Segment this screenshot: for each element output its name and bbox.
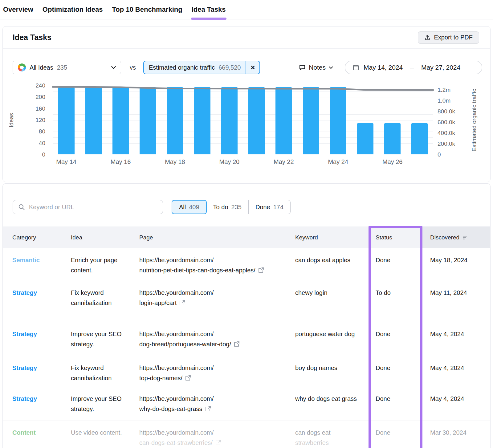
page-url-line2: why-do-dogs-eat-grass <box>139 405 202 412</box>
nav-tab-optimization-ideas[interactable]: Optimization Ideas <box>42 0 104 19</box>
page-url-line2: login-app/cart <box>139 299 177 306</box>
external-link-icon[interactable] <box>185 375 191 381</box>
external-link-icon[interactable] <box>258 267 264 273</box>
right-axis-tick: 0 <box>438 151 465 158</box>
top-nav: OverviewOptimization IdeasTop 10 Benchma… <box>0 0 493 19</box>
chart-gridline <box>53 92 433 92</box>
sort-descending-icon <box>462 235 468 240</box>
metric-value: 669,520 <box>218 64 241 71</box>
cell-page: https://be.yourdomain.com/login-app/cart <box>139 281 295 308</box>
ideas-filter-label: All Ideas <box>30 64 53 71</box>
cell-page: https://be.yourdomain.com/can-dogs-eat-s… <box>139 421 295 448</box>
metric-label: Estimated organic traffic <box>149 64 215 71</box>
notes-dropdown[interactable]: Notes <box>299 64 333 71</box>
active-tab-underline <box>2 18 34 20</box>
category-link[interactable]: Strategy <box>12 289 37 296</box>
category-link[interactable]: Strategy <box>12 365 37 371</box>
external-link-icon[interactable] <box>179 300 185 306</box>
page-title: Idea Tasks <box>13 33 51 42</box>
filter-tab-done[interactable]: Done174 <box>249 200 290 214</box>
left-axis-tick: 0 <box>3 151 45 158</box>
cell-keyword: can dogs eat apples <box>295 248 368 265</box>
filter-tab-to-do[interactable]: To do235 <box>206 200 249 214</box>
external-link-icon[interactable] <box>234 341 240 347</box>
active-tab-underline <box>42 18 104 20</box>
filter-tab-all[interactable]: All409 <box>172 200 207 214</box>
chart-gridline <box>53 109 433 109</box>
nav-tab-overview[interactable]: Overview <box>2 0 34 19</box>
idea-tasks-card: Idea Tasks Export to PDF All Ideas 235 v… <box>2 26 491 182</box>
ideas-donut-icon <box>18 63 26 71</box>
calendar-icon <box>352 64 359 71</box>
cell-category: Content <box>3 421 71 438</box>
cell-category: Strategy <box>3 387 71 404</box>
left-axis-tick: 200 <box>3 94 45 100</box>
left-axis-tick: 40 <box>3 140 45 147</box>
left-axis-tick: 240 <box>3 82 45 89</box>
cell-idea: Fix keyword cannibalization <box>71 356 139 383</box>
date-start: May 14, 2024 <box>364 64 403 71</box>
left-axis-tick: 120 <box>3 117 45 124</box>
cell-status: Done <box>368 248 422 265</box>
export-to-pdf-button[interactable]: Export to PDF <box>418 31 479 44</box>
nav-tab-idea-tasks[interactable]: Idea Tasks <box>191 0 226 19</box>
metric-filter-pill[interactable]: Estimated organic traffic 669,520 ✕ <box>143 61 260 74</box>
metric-remove-button[interactable]: ✕ <box>246 61 259 74</box>
cell-status: Done <box>368 322 422 339</box>
cell-status: Done <box>368 387 422 404</box>
page-url-line2: can-dogs-eat-strawberries/ <box>139 439 213 446</box>
category-link[interactable]: Strategy <box>12 395 37 402</box>
external-link-icon[interactable] <box>205 406 211 412</box>
chart-gridline <box>53 143 433 144</box>
filter-tab-label: All <box>179 204 186 211</box>
cell-discovered: May 4, 2024 <box>422 387 490 404</box>
ideas-bar-may-26 <box>384 123 401 154</box>
idea-tasks-table: Category Idea Page Keyword Status Discov… <box>3 226 490 448</box>
page-url-line2: dog-breed/portuguese-water-dog/ <box>139 341 231 348</box>
cell-idea: Improve your SEO strategy. <box>71 387 139 414</box>
x-axis-tick: May 14 <box>46 158 86 165</box>
cell-idea: Use video content. <box>71 421 139 438</box>
chevron-down-icon <box>329 66 333 69</box>
table-body: SemanticEnrich your page content.https:/… <box>3 248 490 448</box>
cell-category: Strategy <box>3 322 71 339</box>
notes-label: Notes <box>309 64 326 71</box>
date-range-picker[interactable]: May 14, 2024 – May 27, 2024 <box>345 61 482 74</box>
ideas-bar-may-22 <box>275 87 292 154</box>
cell-status: Done <box>368 356 422 373</box>
right-axis-tick: 200.0k <box>438 141 465 147</box>
table-header-row: Category Idea Page Keyword Status Discov… <box>3 226 490 248</box>
ideas-filter-select[interactable]: All Ideas 235 <box>13 61 121 74</box>
search-input[interactable] <box>13 200 163 214</box>
external-link-icon[interactable] <box>215 440 221 446</box>
table-row: StrategyFix keyword cannibalizationhttps… <box>3 356 490 387</box>
active-tab-underline <box>191 18 226 20</box>
category-link[interactable]: Content <box>12 429 36 436</box>
ideas-traffic-chart: Ideas Estimated organic traffic 04080120… <box>3 79 490 174</box>
search-box <box>13 200 163 214</box>
chart-gridline <box>53 120 433 120</box>
chart-gridline <box>53 132 433 132</box>
tasks-table-card: All409To do235Done174 Category Idea Page… <box>2 183 491 448</box>
chart-gridline <box>53 137 433 138</box>
nav-tab-top-10-benchmarking[interactable]: Top 10 Benchmarking <box>111 0 183 19</box>
export-icon <box>424 35 430 41</box>
cell-idea: Fix keyword cannibalization <box>71 281 139 308</box>
page-url-line1: https://be.yourdomain.com/ <box>139 257 214 263</box>
category-link[interactable]: Strategy <box>12 331 37 337</box>
left-axis-tick: 160 <box>3 105 45 112</box>
export-label: Export to PDF <box>434 34 473 41</box>
notes-icon <box>299 64 306 71</box>
cell-status: To do <box>368 281 422 298</box>
left-axis-tick: 80 <box>3 128 45 135</box>
column-header-discovered[interactable]: Discovered <box>422 226 490 248</box>
cell-discovered: May 4, 2024 <box>422 322 490 339</box>
cell-discovered: May 18, 2024 <box>422 248 490 265</box>
category-link[interactable]: Semantic <box>12 257 40 263</box>
chevron-down-icon <box>111 66 116 69</box>
chart-gridline <box>53 114 433 115</box>
cell-page: https://be.yourdomain.com/nutrition-pet-… <box>139 248 295 275</box>
ideas-filter-count: 235 <box>57 64 67 71</box>
page-url-line2: top-dog-names/ <box>139 375 182 381</box>
chart-gridline <box>53 149 433 149</box>
